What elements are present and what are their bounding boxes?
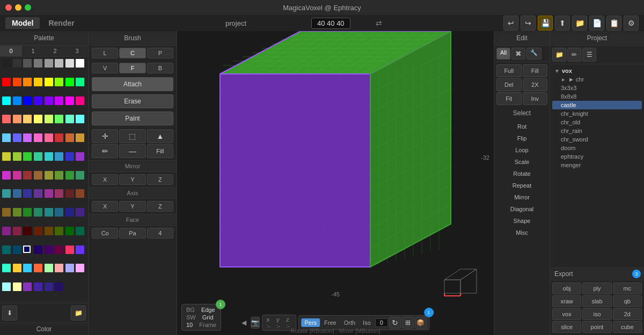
color-cell[interactable]: [76, 264, 84, 272]
box-view-button[interactable]: 📦: [415, 317, 427, 329]
dimensions-input[interactable]: 40 40 40: [311, 18, 350, 29]
paint-button[interactable]: Paint: [92, 111, 173, 125]
color-cell[interactable]: [23, 152, 32, 161]
menu-render[interactable]: Render: [42, 17, 80, 29]
color-cell[interactable]: [13, 227, 21, 235]
color-cell[interactable]: [2, 115, 11, 123]
color-cell[interactable]: [13, 208, 21, 217]
export-btn-ply[interactable]: ply: [582, 282, 611, 294]
color-cell[interactable]: [2, 189, 11, 198]
axis-z[interactable]: Z: [147, 201, 173, 212]
color-cell[interactable]: [23, 245, 31, 253]
sw-value[interactable]: Grid: [202, 314, 214, 321]
color-cell[interactable]: [2, 133, 11, 142]
brush-type-p[interactable]: P: [147, 48, 173, 58]
color-cell[interactable]: [45, 133, 53, 142]
camera-button[interactable]: 📷: [251, 317, 260, 329]
tree-item-8x8x8[interactable]: 8x8x8: [552, 92, 642, 101]
export-button[interactable]: ⬆: [555, 16, 570, 31]
open-folder-button[interactable]: 📁: [572, 16, 587, 31]
color-cell[interactable]: [2, 171, 11, 180]
color-cell[interactable]: [34, 152, 42, 161]
color-cell[interactable]: [23, 189, 32, 198]
color-cell[interactable]: [34, 78, 42, 86]
erase-button[interactable]: Erase: [92, 94, 173, 108]
edit-op-repeat[interactable]: Repeat: [497, 180, 546, 191]
color-cell[interactable]: [13, 78, 21, 86]
edit-del-button[interactable]: Del: [496, 78, 522, 91]
color-cell[interactable]: [55, 208, 63, 217]
view-free-button[interactable]: Free: [321, 318, 340, 327]
color-cell[interactable]: [2, 227, 11, 235]
navigation-cube[interactable]: [439, 258, 487, 303]
color-cell[interactable]: [65, 189, 74, 198]
attach-button[interactable]: Attach: [92, 77, 173, 91]
edit-filter-x[interactable]: ✖: [511, 48, 525, 59]
view-arrow-left[interactable]: ◀: [239, 317, 248, 329]
face-4[interactable]: 4: [147, 228, 173, 239]
palette-tab-3[interactable]: 3: [66, 46, 88, 56]
maximize-button[interactable]: [25, 4, 31, 11]
color-cell[interactable]: [45, 171, 53, 180]
settings-button[interactable]: ⚙: [624, 16, 639, 31]
brush-tool-cross[interactable]: ✛: [92, 129, 118, 143]
tree-item-doom[interactable]: doom: [552, 144, 642, 152]
axis-x[interactable]: X: [92, 201, 118, 212]
color-cell[interactable]: [2, 282, 11, 291]
color-cell[interactable]: [34, 59, 42, 68]
color-cell[interactable]: [45, 208, 53, 217]
color-cell[interactable]: [23, 264, 32, 272]
color-cell[interactable]: [55, 227, 63, 235]
color-cell[interactable]: [76, 152, 84, 161]
color-cell[interactable]: [13, 264, 21, 272]
palette-tab-0[interactable]: 0: [0, 46, 22, 56]
undo-button[interactable]: ↩: [503, 16, 518, 31]
edit-op-scale[interactable]: Scale: [497, 157, 546, 167]
export-btn-iso[interactable]: iso: [582, 308, 611, 320]
color-cell[interactable]: [55, 171, 63, 180]
project-edit-button[interactable]: ✏: [567, 48, 581, 62]
color-cell[interactable]: [13, 152, 21, 161]
color-cell[interactable]: [65, 96, 74, 105]
close-button[interactable]: [5, 4, 12, 11]
color-cell[interactable]: [23, 208, 32, 217]
edit-op-mirror[interactable]: Mirror: [497, 192, 546, 203]
palette-tab-2[interactable]: 2: [44, 46, 66, 56]
palette-tab-1[interactable]: 1: [22, 46, 44, 56]
project-folder-button[interactable]: 📁: [552, 48, 566, 62]
brush-sub-b[interactable]: B: [147, 63, 173, 73]
brush-type-l[interactable]: L: [92, 48, 118, 58]
color-cell[interactable]: [65, 78, 74, 86]
minimize-button[interactable]: [15, 4, 21, 11]
palette-download-button[interactable]: ⬇: [2, 306, 17, 321]
tree-item-chr-rain[interactable]: chr_rain: [552, 126, 642, 135]
color-cell[interactable]: [13, 133, 21, 142]
view-pers-button[interactable]: Pers: [301, 318, 320, 327]
color-cell[interactable]: [65, 171, 74, 180]
color-cell[interactable]: [34, 115, 42, 123]
tree-item-chr-knight[interactable]: chr_knight: [552, 109, 642, 118]
color-cell[interactable]: [45, 152, 53, 161]
copy-button[interactable]: 📋: [606, 16, 621, 31]
tree-item-chr[interactable]: ► ► chr: [552, 75, 642, 84]
color-cell[interactable]: [2, 245, 11, 254]
export-btn-slab[interactable]: slab: [582, 295, 611, 307]
color-cell[interactable]: [34, 208, 42, 217]
iso-number-input[interactable]: [375, 318, 388, 327]
viewport[interactable]: -32 -45 1 BG Edge SW Gri: [177, 31, 494, 335]
color-cell[interactable]: [2, 59, 11, 68]
project-label[interactable]: project: [225, 19, 246, 27]
color-cell[interactable]: [65, 245, 74, 254]
menu-model[interactable]: Model: [5, 17, 40, 29]
export-btn-vox[interactable]: vox: [552, 308, 581, 320]
color-cell[interactable]: [55, 152, 63, 161]
export-btn-cube[interactable]: cube: [613, 321, 642, 333]
color-cell[interactable]: [55, 133, 63, 142]
color-cell[interactable]: [76, 245, 84, 254]
brush-tool-triangle[interactable]: ▲: [147, 129, 173, 143]
color-cell[interactable]: [76, 208, 84, 217]
color-cell[interactable]: [23, 227, 32, 235]
color-cell[interactable]: [23, 78, 32, 86]
color-cell[interactable]: [2, 152, 11, 161]
color-cell[interactable]: [45, 282, 53, 291]
